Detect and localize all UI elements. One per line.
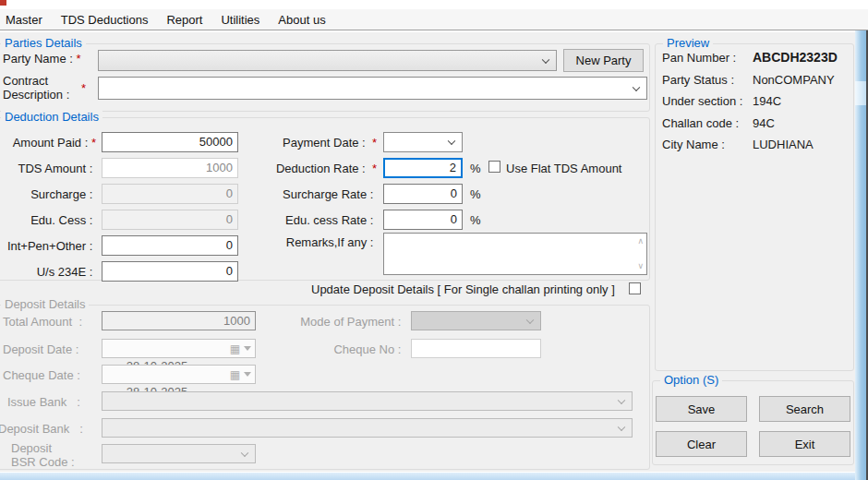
total-amount-label: Total Amount :: [3, 315, 82, 329]
chevron-down-icon: [448, 137, 455, 144]
calendar-icon: ▦: [230, 341, 240, 358]
challan-code-label: Challan code :: [662, 116, 742, 130]
amount-paid-label: Amount Paid : *: [0, 136, 96, 150]
total-amount-input: 1000: [102, 311, 256, 330]
us-234e-input[interactable]: 0: [102, 261, 238, 282]
cheque-date-picker: 28-10-2025 ▦: [102, 365, 256, 384]
int-pen-other-label: Int+Pen+Other :: [0, 239, 96, 253]
scroll-up-icon[interactable]: ∧: [637, 237, 644, 246]
horizontal-scrollbar[interactable]: [0, 472, 855, 480]
chevron-down-icon: [526, 316, 534, 323]
menu-about-us[interactable]: About us: [269, 9, 334, 30]
form-area: Parties Details Party Name : * ABCD New …: [0, 32, 868, 480]
app-icon: [0, 0, 6, 6]
deposit-details-title: Deposit Details: [1, 297, 89, 311]
cheque-no-label: Cheque No :: [259, 342, 404, 356]
contract-description-label: Contract Description :: [3, 74, 82, 102]
deposit-bsr-code-label: Deposit BSR Code :: [11, 441, 75, 469]
dropdown-arrow-icon: [244, 372, 251, 377]
surcharge-rate-input[interactable]: 0: [383, 184, 463, 204]
payment-date-select[interactable]: 05-03-2023: [383, 132, 463, 152]
contract-description-select[interactable]: Payment of contractors and sub-contracto…: [98, 77, 647, 100]
cheque-no-input: [411, 339, 541, 358]
tds-amount-label: TDS Amount :: [0, 162, 96, 175]
deposit-details-group: Deposit Details: [0, 305, 650, 470]
preview-group: Preview: [655, 43, 854, 371]
party-name-label: Party Name : *: [3, 52, 81, 66]
deduction-rate-input[interactable]: 2: [383, 158, 463, 178]
vertical-scrollbar[interactable]: [855, 30, 866, 480]
options-title: Option (S): [660, 373, 722, 387]
pan-number-label: Pan Number :: [662, 51, 740, 65]
deduction-details-title: Deduction Details: [1, 110, 102, 124]
under-section-value: 194C: [753, 94, 781, 108]
edu-cess-input: 0: [102, 210, 238, 230]
party-name-select[interactable]: ABCD: [98, 50, 557, 71]
edu-cess-rate-label: Edu. cess Rate :: [249, 213, 377, 227]
clear-button[interactable]: Clear: [656, 431, 747, 457]
save-button[interactable]: Save: [656, 396, 747, 422]
chevron-down-icon: [618, 396, 625, 403]
menu-utilities[interactable]: Utilities: [211, 9, 269, 30]
city-name-value: LUDHIANA: [753, 138, 814, 151]
exit-button[interactable]: Exit: [759, 431, 850, 457]
party-status-label: Party Status :: [662, 73, 738, 87]
under-section-label: Under section :: [662, 94, 746, 108]
us-234e-label: U/s 234E :: [0, 265, 96, 279]
deposit-bank-label: Deposit Bank :: [0, 422, 83, 436]
update-deposit-checkbox[interactable]: [629, 282, 641, 294]
edu-cess-rate-percent: %: [470, 213, 481, 227]
deposit-bank-select: HDFC BANK: [102, 418, 633, 438]
deposit-date-picker: 28-10-2025 ▦: [102, 339, 256, 358]
city-name-label: City Name :: [662, 138, 729, 151]
deposit-bsr-code-select: 0510002: [102, 444, 256, 463]
surcharge-input: 0: [102, 184, 238, 204]
party-status-value: NonCOMPANY: [753, 73, 835, 87]
amount-paid-input[interactable]: 50000: [102, 132, 238, 152]
scroll-down-icon[interactable]: ∨: [637, 262, 644, 270]
parties-details-title: Parties Details: [1, 36, 86, 50]
payment-date-label: Payment Date : *: [249, 136, 377, 150]
menu-report[interactable]: Report: [157, 9, 211, 30]
remarks-label: Remarks,If any :: [249, 235, 377, 249]
surcharge-label: Surcharge :: [0, 187, 96, 201]
issue-bank-label: Issue Bank :: [7, 395, 80, 409]
preview-title: Preview: [663, 36, 713, 50]
menu-master[interactable]: Master: [0, 9, 52, 30]
chevron-down-icon: [542, 55, 549, 63]
issue-bank-select: HDFC BANK LTD KANDIVLI MUMBAI: [102, 391, 633, 411]
update-deposit-label[interactable]: Update Deposit Details [ For Single chal…: [311, 282, 615, 296]
deduction-rate-percent: %: [470, 162, 481, 175]
deduction-rate-label: Deduction Rate : *: [249, 162, 377, 175]
pan-number-value: ABCDH2323D: [753, 50, 838, 65]
menu-bar: Master TDS Deductions Report Utilities A…: [0, 9, 868, 30]
chevron-down-icon: [241, 449, 248, 456]
use-flat-tds-checkbox[interactable]: [488, 161, 500, 173]
remarks-textarea[interactable]: ∧ ∨: [383, 233, 647, 275]
surcharge-rate-percent: %: [470, 187, 481, 201]
new-party-button[interactable]: New Party: [563, 49, 644, 72]
menu-tds-deductions[interactable]: TDS Deductions: [52, 9, 158, 30]
calendar-icon: ▦: [230, 366, 240, 384]
cheque-date-label: Cheque Date :: [3, 368, 83, 382]
tds-amount-input: 1000: [102, 158, 238, 178]
vertical-scrollbar-thumb[interactable]: [855, 81, 866, 105]
chevron-down-icon: [618, 423, 625, 430]
int-pen-other-input[interactable]: 0: [102, 235, 238, 256]
app-window: Master TDS Deductions Report Utilities A…: [0, 0, 868, 480]
contract-required-marker: *: [81, 81, 86, 95]
chevron-down-icon: [633, 83, 640, 90]
deposit-date-label: Deposit Date :: [3, 342, 82, 356]
titlebar-fragment: [0, 0, 868, 9]
use-flat-tds-label[interactable]: Use Flat TDS Amount: [506, 162, 621, 175]
search-button[interactable]: Search: [759, 396, 850, 422]
surcharge-rate-label: Surcharge Rate :: [249, 187, 377, 201]
dropdown-arrow-icon: [244, 346, 251, 351]
challan-code-value: 94C: [753, 116, 775, 130]
edu-cess-rate-input[interactable]: 0: [383, 210, 463, 230]
mode-of-payment-label: Mode of Payment :: [259, 315, 404, 329]
edu-cess-label: Edu. Cess :: [0, 213, 96, 227]
mode-of-payment-select: Cheque/DD/Pay Ord: [411, 311, 541, 330]
